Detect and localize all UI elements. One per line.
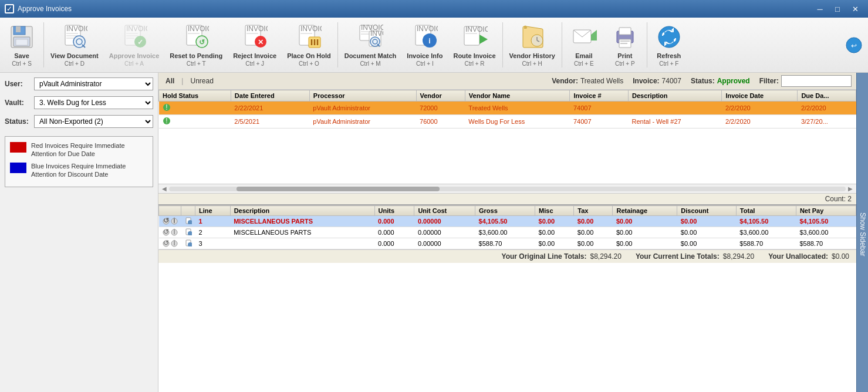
detail-row-icon2[interactable]	[181, 216, 195, 227]
divider-2	[337, 22, 338, 67]
route-invoice-button[interactable]: INVOICE Route Invoice Ctrl + R	[448, 20, 501, 70]
approve-invoice-icon: INVOICE ✓	[120, 23, 148, 51]
app-icon: ✓	[5, 4, 14, 13]
invoice-info-shortcut: Ctrl + I	[416, 60, 434, 67]
row-vendor-name: Wells Dug For Less	[465, 115, 570, 129]
detail-row-icon1[interactable]: ↺ i	[159, 227, 181, 238]
tab-all[interactable]: All	[163, 76, 177, 86]
detail-gross: $588.70	[475, 238, 535, 249]
reject-invoice-button[interactable]: INVOICE ✕ Reject Invoice Ctrl + J	[228, 20, 282, 70]
svg-text:INVOICE: INVOICE	[465, 25, 488, 33]
vendor-header-field: Vendor: Treated Wells	[552, 77, 623, 85]
detail-col-units: Units	[374, 206, 414, 216]
detail-col-misc: Misc	[535, 206, 574, 216]
row-invoice-num: 74007	[570, 115, 629, 129]
table-row[interactable]: ! 2/5/2021 pVault Administrator 76000 We…	[159, 115, 856, 129]
row-invoice-num: 74007	[570, 102, 629, 115]
document-match-button[interactable]: INVOICE INVOICE Document Match Ctrl + M	[339, 20, 402, 70]
show-sidebar-toggle[interactable]: Show Sidebar	[856, 73, 868, 392]
scroll-right-btn[interactable]: ▶	[846, 185, 855, 192]
invoice-info-icon: INVOICE i	[411, 23, 439, 51]
row-vendor-name: Treated Wells	[465, 102, 570, 115]
status-header-value: Approved	[717, 77, 750, 85]
document-match-shortcut: Ctrl + M	[360, 60, 380, 67]
legend-red: Red Invoices Require Immediate Attention…	[10, 141, 148, 158]
window-controls[interactable]: ─ □ ✕	[812, 3, 863, 15]
print-icon	[611, 23, 639, 51]
print-button[interactable]: Print Ctrl + P	[604, 20, 646, 70]
row-status-icon: !	[163, 117, 171, 125]
email-icon	[570, 23, 598, 51]
detail-table-wrap: Line Description Units Unit Cost Gross M…	[158, 205, 856, 249]
invoice-info-button[interactable]: INVOICE i Invoice Info Ctrl + I	[401, 20, 448, 70]
tab-unread[interactable]: Unread	[188, 76, 215, 86]
svg-rect-6	[16, 39, 28, 45]
scroll-thumb[interactable]	[237, 187, 440, 191]
svg-text:i: i	[428, 37, 430, 45]
user-select[interactable]: pVault Administrator	[34, 77, 153, 90]
place-on-hold-button[interactable]: INVOICE Place On Hold Ctrl + O	[282, 20, 336, 70]
detail-row[interactable]: ↺ i 2 MISCELLANEOUS PARTS 0.000 0.00000	[159, 227, 856, 238]
vendor-header-value: Treated Wells	[580, 77, 623, 85]
current-total-label: Your Current Line Totals:	[636, 252, 720, 261]
vault-select[interactable]: 3. Wells Dug for Less	[34, 96, 153, 109]
detail-row-icon2[interactable]	[181, 227, 195, 238]
detail-unit-cost: 0.00000	[414, 216, 475, 227]
scroll-left-btn[interactable]: ◀	[160, 185, 169, 192]
detail-col-discount: Discount	[677, 206, 737, 216]
detail-tax: $0.00	[574, 216, 613, 227]
status-select[interactable]: All Non-Exported (2)	[34, 115, 153, 128]
detail-net-pay: $4,105.50	[796, 216, 856, 227]
vendor-history-button[interactable]: Vendor History Ctrl + H	[504, 20, 560, 70]
minimize-button[interactable]: ─	[812, 3, 828, 15]
reject-invoice-shortcut: Ctrl + J	[245, 60, 264, 67]
detail-refresh-icon: ↺	[163, 218, 170, 225]
vendor-history-label: Vendor History	[509, 52, 555, 60]
detail-col-unit-cost: Unit Cost	[414, 206, 475, 216]
detail-col-line: Line	[195, 206, 231, 216]
filter-header-field: Filter:	[759, 75, 852, 87]
status-field-row: Status: All Non-Exported (2)	[5, 115, 153, 128]
svg-text:i: i	[173, 218, 175, 225]
scroll-track[interactable]	[169, 187, 846, 191]
invoice-table-container: Hold Status Date Entered Processor Vendo…	[158, 90, 856, 184]
row-date-entered: 2/22/2021	[231, 102, 309, 115]
title-bar: ✓ Approve Invoices ─ □ ✕	[0, 0, 868, 18]
detail-net-pay: $588.70	[796, 238, 856, 249]
col-description: Description	[629, 90, 722, 102]
horizontal-scrollbar[interactable]: ◀ ▶	[158, 184, 856, 193]
route-invoice-shortcut: Ctrl + R	[464, 60, 484, 67]
row-description	[629, 102, 722, 115]
detail-row[interactable]: ↺ i 1 MISCELLANEOUS PARTS 0.000 0.00000	[159, 216, 856, 227]
row-hold-status: !	[159, 102, 231, 115]
detail-row-icon1[interactable]: ↺ i	[159, 216, 181, 227]
svg-text:INVOICE: INVOICE	[300, 25, 322, 33]
filter-input[interactable]	[781, 75, 852, 87]
view-document-button[interactable]: INVOICE View Document Ctrl + D	[45, 20, 104, 70]
refresh-label: Refresh	[657, 52, 681, 60]
approve-invoice-button[interactable]: INVOICE ✓ Approve Invoice Ctrl + A	[104, 20, 165, 70]
filter-header-label: Filter:	[759, 77, 779, 85]
save-button[interactable]: Save Ctrl + S	[1, 20, 42, 70]
detail-col-tax: Tax	[574, 206, 613, 216]
invoice-info-label: Invoice Info	[407, 52, 443, 60]
maximize-button[interactable]: □	[829, 3, 846, 15]
refresh-button[interactable]: Refresh Ctrl + F	[649, 20, 690, 70]
col-hold-status: Hold Status	[159, 90, 231, 102]
detail-row[interactable]: ↺ i 3 0.000 0.00000 $588.70	[159, 238, 856, 249]
email-button[interactable]: Email Ctrl + E	[563, 20, 604, 70]
detail-row-icon1[interactable]: ↺ i	[159, 238, 181, 249]
save-label: Save	[14, 52, 29, 60]
detail-misc: $0.00	[535, 238, 574, 249]
count-value: Count: 2	[825, 195, 852, 203]
table-row[interactable]: ! 2/22/2021 pVault Administrator 72000 T…	[159, 102, 856, 115]
reset-to-pending-icon: INVOICE ↺	[182, 23, 210, 51]
save-shortcut: Ctrl + S	[12, 60, 32, 67]
detail-row-icon2[interactable]	[181, 238, 195, 249]
legend-blue: Blue Invoices Require Immediate Attentio…	[10, 162, 148, 179]
row-processor: pVault Administrator	[309, 115, 416, 129]
close-button[interactable]: ✕	[847, 3, 863, 15]
place-on-hold-icon: INVOICE	[295, 23, 323, 51]
reset-to-pending-button[interactable]: INVOICE ↺ Reset to Pending Ctrl + T	[164, 20, 228, 70]
detail-units: 0.000	[374, 227, 414, 238]
